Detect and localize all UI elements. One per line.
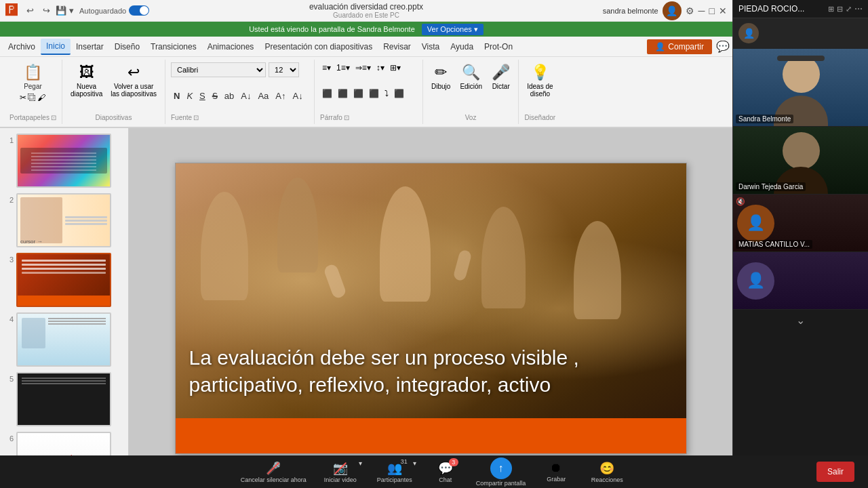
group-fuente: Calibri 12 N K S S̶ ab A↓ Aa A↑ A↓: [165, 60, 315, 124]
participants-button[interactable]: 👥 31 Participantes ▾: [368, 458, 422, 486]
indent-list-button[interactable]: ⇒≡▾: [353, 62, 373, 73]
menu-diseno[interactable]: Diseño: [109, 39, 145, 54]
gallery-view-button[interactable]: ⊟: [837, 4, 843, 14]
dictar-button[interactable]: 🎤 Dictar: [489, 62, 513, 92]
line-spacing-button[interactable]: ↕▾: [374, 62, 387, 73]
dibujo-button[interactable]: ✏ Dibujo: [429, 62, 453, 92]
dibujo-icon: ✏: [435, 64, 447, 81]
record-button[interactable]: ⏺ Grabar: [532, 458, 580, 485]
align-left-button[interactable]: ⬛: [320, 88, 334, 99]
salir-button[interactable]: Salir: [816, 462, 854, 482]
share-screen-button[interactable]: ↑ Compartir pantalla: [469, 455, 533, 489]
video-button[interactable]: 📷 Iniciar video ▾: [313, 458, 368, 486]
font-color-button[interactable]: A↓: [238, 90, 254, 102]
numbered-list-button[interactable]: 1≡▾: [334, 62, 352, 73]
ideas-diseno-button[interactable]: 💡 Ideas dediseño: [524, 62, 555, 99]
participants-label: Participantes: [377, 476, 412, 483]
window-controls: sandra belmonte 👤 ⚙ ─ □ ✕: [603, 1, 727, 20]
minimize-button[interactable]: ─: [698, 5, 705, 16]
increase-font-button[interactable]: A↑: [273, 90, 288, 102]
more-options-button[interactable]: ⋯: [854, 4, 863, 14]
diapositivas-label: Diapositivas: [96, 114, 132, 121]
bold-button[interactable]: N: [171, 90, 182, 102]
align-right-button[interactable]: ⬛: [351, 88, 366, 99]
slide-panel[interactable]: 1 2: [0, 128, 129, 488]
sandra-name-label: Sandra Belmonte: [736, 115, 793, 123]
voz-label: Voz: [465, 114, 477, 121]
filename-area: evaluación diversidad creo.pptx Guardado…: [309, 2, 423, 19]
menu-ayuda[interactable]: Ayuda: [445, 39, 479, 54]
reactions-icon: 😊: [599, 461, 614, 476]
slide-main-text: La evaluación debe ser un proceso visibl…: [189, 344, 673, 399]
slide-thumb-1[interactable]: 1: [3, 134, 125, 188]
shadow-button[interactable]: ab: [222, 90, 237, 102]
darwin-video-tile: Darwin Tejeda Garcia: [733, 127, 868, 195]
mute-button[interactable]: 🎤 Cancelar silenciar ahora: [234, 458, 313, 486]
notification-banner: Usted está viendo la pantalla de Sandra …: [0, 22, 732, 37]
underline-button[interactable]: S: [197, 90, 208, 102]
portapapeles-expand-icon[interactable]: ⊡: [51, 114, 56, 121]
highlight-button[interactable]: Aa: [255, 90, 271, 102]
compartir-button[interactable]: 👤 Compartir: [647, 39, 712, 54]
menu-archivo[interactable]: Archivo: [3, 39, 41, 54]
menu-presentacion[interactable]: Presentación con diapositivas: [259, 39, 378, 54]
group-disenador: 💡 Ideas dediseño Diseñador: [519, 60, 561, 124]
decrease-font-button[interactable]: A↓: [290, 90, 305, 102]
reactions-button[interactable]: 😊 Reacciones: [580, 458, 634, 486]
bullet-list-button[interactable]: ≡▾: [320, 62, 333, 73]
chat-button[interactable]: 💬 3 Chat: [422, 458, 469, 486]
slide-thumb-3[interactable]: 3: [3, 253, 125, 307]
justify-button[interactable]: ⬛: [367, 88, 381, 99]
ver-opciones-button[interactable]: Ver Opciones ▾: [422, 24, 484, 35]
cut-button[interactable]: ✂: [20, 93, 26, 102]
strikethrough-button[interactable]: S̶: [210, 90, 220, 102]
scroll-down-button[interactable]: ⌄: [733, 310, 868, 331]
last-person-avatar: 👤: [737, 262, 774, 300]
text-direction-button[interactable]: ⤵: [382, 88, 391, 99]
menu-inicio[interactable]: Inicio: [41, 39, 71, 55]
slide-thumb-2[interactable]: 2 cursor →: [3, 193, 125, 247]
edicion-button[interactable]: 🔍 Edición: [457, 62, 485, 92]
font-size-select[interactable]: 12: [269, 62, 299, 77]
copy-button[interactable]: ⿻: [28, 93, 36, 102]
participants-count-badge: 31: [401, 458, 408, 465]
mute-label: Cancelar silenciar ahora: [241, 476, 307, 483]
group-portapapeles: 📋 Pegar ✂ ⿻ 🖌 Portapapeles ⊡: [4, 60, 62, 124]
format-painter-button[interactable]: 🖌: [37, 93, 45, 102]
menu-revisar[interactable]: Revisar: [378, 39, 416, 54]
bottom-bar: 🎤 Cancelar silenciar ahora 📷 Iniciar vid…: [0, 455, 868, 488]
reactions-label: Reacciones: [591, 476, 623, 483]
fullscreen-button[interactable]: ⤢: [846, 4, 852, 14]
volver-usar-button[interactable]: ↩ Volver a usarlas diapositivas: [108, 62, 159, 99]
autosave-toggle[interactable]: [129, 5, 149, 16]
video-label: Iniciar video: [324, 476, 357, 483]
autosave-label: Autoguardado: [79, 7, 126, 15]
menu-insertar[interactable]: Insertar: [71, 39, 109, 54]
menu-proton[interactable]: Prot-On: [479, 39, 518, 54]
close-button[interactable]: ✕: [719, 5, 727, 16]
columns-button[interactable]: ⊞▾: [388, 62, 403, 73]
menu-transiciones[interactable]: Transiciones: [145, 39, 202, 54]
pegar-button[interactable]: 📋 Pegar: [21, 62, 45, 92]
convert-to-smartart-button[interactable]: ⬛: [392, 88, 406, 99]
maximize-button[interactable]: □: [709, 5, 715, 16]
parrafo-label: Párrafo ⊡: [320, 114, 349, 121]
darwin-name-label: Darwin Tejeda Garcia: [736, 182, 806, 191]
italic-button[interactable]: K: [184, 90, 195, 102]
nueva-diapositiva-button[interactable]: 🖼 Nuevadiapositiva: [68, 62, 105, 99]
comment-button[interactable]: 💬: [716, 40, 730, 53]
grid-view-button[interactable]: ⊞: [828, 4, 834, 14]
slide-thumb-4[interactable]: 4: [3, 312, 125, 367]
align-center-button[interactable]: ⬛: [336, 88, 350, 99]
save-icon-button[interactable]: 💾: [56, 5, 66, 16]
font-family-select[interactable]: Calibri: [171, 62, 266, 77]
customize-button[interactable]: ▾: [69, 5, 74, 16]
clipboard-mini-buttons: ✂ ⿻ 🖌: [20, 93, 45, 102]
menu-animaciones[interactable]: Animaciones: [202, 39, 260, 54]
ideas-diseno-icon: 💡: [531, 64, 549, 81]
menu-vista[interactable]: Vista: [416, 39, 445, 54]
undo-button[interactable]: ↩: [23, 4, 37, 18]
redo-button[interactable]: ↪: [39, 4, 53, 18]
settings-button[interactable]: ⚙: [686, 5, 694, 16]
slide-thumb-5[interactable]: 5: [3, 372, 125, 426]
